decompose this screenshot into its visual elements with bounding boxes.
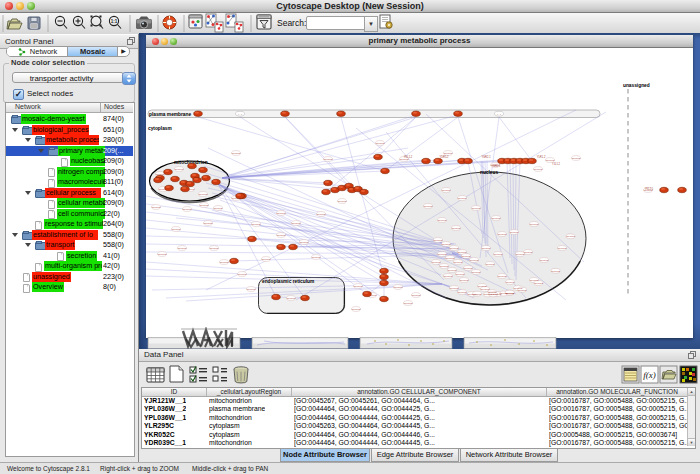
svg-text:Gene12: Gene12 <box>324 158 333 161</box>
svg-text:Gene12: Gene12 <box>424 205 433 208</box>
svg-text:Gene12: Gene12 <box>214 207 223 210</box>
svg-text:Gene12: Gene12 <box>530 223 539 226</box>
svg-text:Gene12: Gene12 <box>442 189 451 192</box>
svg-text:Gene12: Gene12 <box>456 273 465 276</box>
svg-text:Gene12: Gene12 <box>460 279 469 282</box>
svg-text:Gene12: Gene12 <box>566 235 575 238</box>
svg-text:Gene12: Gene12 <box>262 258 271 261</box>
svg-text:Gene12: Gene12 <box>438 219 447 222</box>
svg-text:Gene12: Gene12 <box>454 261 463 264</box>
svg-text:Gene12: Gene12 <box>473 293 482 296</box>
svg-text:Gene12: Gene12 <box>498 275 507 278</box>
svg-text:Gene12: Gene12 <box>450 287 459 290</box>
svg-text:Gene12: Gene12 <box>464 267 473 270</box>
svg-text:Gene12: Gene12 <box>432 261 441 264</box>
svg-text:YBR2.1: YBR2.1 <box>492 164 501 168</box>
svg-text:Gene12: Gene12 <box>220 261 229 264</box>
svg-text:Gene12: Gene12 <box>287 297 296 300</box>
svg-text:[....]: [....] <box>238 113 242 116</box>
svg-text:Gene12: Gene12 <box>472 271 481 274</box>
svg-text:Gene12: Gene12 <box>458 251 467 254</box>
svg-text:Gene12: Gene12 <box>489 293 498 296</box>
svg-text:Gene12: Gene12 <box>518 289 527 292</box>
svg-text:Gene12: Gene12 <box>492 217 501 220</box>
svg-text:[....]: [....] <box>497 113 501 116</box>
svg-text:Gene12: Gene12 <box>534 282 543 285</box>
svg-text:Gene12: Gene12 <box>458 197 467 200</box>
svg-text:YGR2.1: YGR2.1 <box>481 155 491 159</box>
svg-text:Gene12: Gene12 <box>546 159 555 162</box>
svg-text:Gene12: Gene12 <box>183 208 192 211</box>
svg-text:Gene12: Gene12 <box>442 243 451 246</box>
svg-text:Gene12: Gene12 <box>394 286 403 289</box>
svg-text:Gene12: Gene12 <box>510 231 519 234</box>
svg-text:Gene12: Gene12 <box>558 247 567 250</box>
svg-text:f(x): f(x) <box>643 370 656 380</box>
svg-text:Gene12: Gene12 <box>178 247 187 250</box>
svg-text:Gene12: Gene12 <box>505 292 514 295</box>
svg-text:Gene12: Gene12 <box>199 193 208 196</box>
svg-text:Gene12: Gene12 <box>438 253 447 256</box>
svg-text:YLR1.2: YLR1.2 <box>537 155 546 159</box>
svg-text:Gene12: Gene12 <box>450 247 459 250</box>
svg-text:Gene12: Gene12 <box>470 259 479 262</box>
svg-text:Gene12: Gene12 <box>516 253 525 256</box>
svg-text:Gene12: Gene12 <box>312 256 321 259</box>
svg-text:cytoplasm: cytoplasm <box>148 126 172 131</box>
svg-text:YKL2.1: YKL2.1 <box>645 187 654 191</box>
svg-text:Gene12: Gene12 <box>486 263 495 266</box>
svg-text:Gene12: Gene12 <box>494 253 503 256</box>
svg-text:Gene12: Gene12 <box>472 207 481 210</box>
svg-text:Gene12: Gene12 <box>412 294 421 297</box>
svg-text:Gene12: Gene12 <box>376 142 385 145</box>
svg-text:endoplasmic reticulum: endoplasmic reticulum <box>262 279 314 284</box>
svg-text:Gene12: Gene12 <box>200 204 209 207</box>
svg-text:Gene12: Gene12 <box>238 273 247 276</box>
svg-text:Gene12: Gene12 <box>172 228 181 231</box>
svg-text:Gene12: Gene12 <box>292 222 301 225</box>
svg-text:Gene12: Gene12 <box>158 253 167 256</box>
svg-text:Gene12: Gene12 <box>572 157 581 160</box>
svg-text:Gene12: Gene12 <box>534 168 543 171</box>
svg-text:Gene12: Gene12 <box>175 168 184 171</box>
svg-text:Gene12: Gene12 <box>551 270 560 273</box>
svg-text:Gene12: Gene12 <box>277 212 286 215</box>
svg-text:Gene12: Gene12 <box>152 206 161 209</box>
svg-text:Gene12: Gene12 <box>277 234 286 237</box>
svg-text:YKL1.2: YKL1.2 <box>404 155 413 159</box>
svg-text:Gene12: Gene12 <box>482 247 491 250</box>
svg-text:YJL1.2: YJL1.2 <box>552 162 561 166</box>
svg-text:Gene12: Gene12 <box>452 227 461 230</box>
svg-text:Gene12: Gene12 <box>458 291 467 294</box>
svg-text:Gene12: Gene12 <box>404 302 413 305</box>
svg-text:unassigned: unassigned <box>623 83 650 88</box>
svg-text:nucleus: nucleus <box>480 170 498 175</box>
svg-text:Gene12: Gene12 <box>352 308 361 311</box>
svg-text:YDR5.2: YDR5.2 <box>439 155 449 159</box>
svg-text:Gene12: Gene12 <box>524 251 533 254</box>
svg-text:Gene12: Gene12 <box>498 233 507 236</box>
svg-text:plasma membrane: plasma membrane <box>149 112 191 117</box>
svg-text:1:1: 1:1 <box>111 19 118 24</box>
svg-text:Gene12: Gene12 <box>506 281 515 284</box>
svg-text:Gene12: Gene12 <box>338 200 347 203</box>
svg-text:Gene12: Gene12 <box>247 288 256 291</box>
svg-text:Gene12: Gene12 <box>440 265 449 268</box>
svg-text:Gene12: Gene12 <box>481 288 490 291</box>
svg-text:Gene12: Gene12 <box>434 239 443 242</box>
svg-text:Gene12: Gene12 <box>446 257 455 260</box>
svg-text:Gene12: Gene12 <box>354 285 363 288</box>
svg-text:Gene12: Gene12 <box>448 269 457 272</box>
svg-text:Gene12: Gene12 <box>462 255 471 258</box>
svg-text:Gene12: Gene12 <box>540 259 549 262</box>
svg-text:Gene12: Gene12 <box>204 222 213 225</box>
svg-text:Gene12: Gene12 <box>210 247 219 250</box>
svg-text:Gene12: Gene12 <box>444 275 453 278</box>
svg-text:Gene12: Gene12 <box>317 213 326 216</box>
svg-text:Gene12: Gene12 <box>300 241 309 244</box>
svg-text:Gene12: Gene12 <box>232 152 241 155</box>
svg-text:Gene12: Gene12 <box>252 223 261 226</box>
svg-text:Gene12: Gene12 <box>444 152 453 155</box>
